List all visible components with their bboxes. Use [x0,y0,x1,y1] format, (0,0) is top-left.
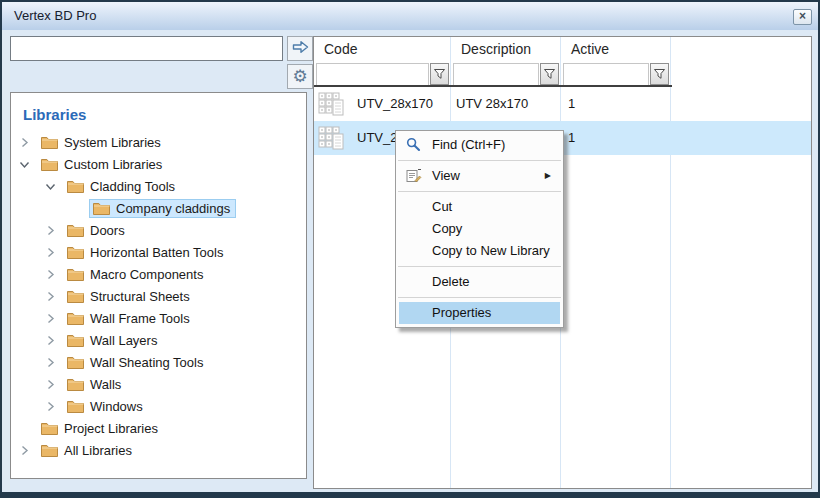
menu-item-delete[interactable]: Delete [399,271,560,293]
chevron-expanded-icon[interactable] [45,181,63,192]
tree-item[interactable]: Wall Sheating Tools [11,351,306,373]
tree-item[interactable]: Cladding Tools [11,175,306,197]
folder-icon [41,158,58,171]
menu-item-view[interactable]: View▶ [399,165,560,187]
menu-item-label: Cut [432,199,452,214]
search-go-icon [292,40,309,58]
tree-item-label: Wall Sheating Tools [90,355,203,370]
folder-icon [41,444,58,457]
column-header-description[interactable]: Description [461,41,531,57]
search-input[interactable] [10,36,283,61]
tree-item[interactable]: Doors [11,219,306,241]
tree-item[interactable]: Project Libraries [11,417,306,439]
filter-input-active[interactable] [563,63,649,85]
tree-node[interactable]: All Libraries [37,441,138,460]
menu-item-label: Delete [432,274,470,289]
magnifier-icon [406,137,421,159]
tree-item[interactable]: Structural Sheets [11,285,306,307]
tree-item[interactable]: Windows [11,395,306,417]
tree-item[interactable]: Horizontal Batten Tools [11,241,306,263]
tree-item-label: Custom Libraries [64,157,162,172]
chevron-collapsed-icon[interactable] [45,247,63,258]
filter-input-description[interactable] [453,63,539,85]
chevron-collapsed-icon[interactable] [45,379,63,390]
tree-node[interactable]: Horizontal Batten Tools [63,243,229,262]
chevron-collapsed-icon[interactable] [45,357,63,368]
column-header-code[interactable]: Code [324,41,357,57]
tree-item[interactable]: System Libraries [11,131,306,153]
chevron-collapsed-icon[interactable] [45,291,63,302]
menu-item-copy[interactable]: Copy [399,218,560,240]
tree-node[interactable]: Custom Libraries [37,155,168,174]
folder-icon [67,400,84,413]
folder-icon [67,180,84,193]
search-go-button[interactable] [287,36,313,61]
tree-node[interactable]: Doors [63,221,131,240]
filter-funnel-button[interactable] [650,63,669,85]
menu-item-label: Properties [432,305,491,320]
tree-item[interactable]: Custom Libraries [11,153,306,175]
tree-item-label: Structural Sheets [90,289,190,304]
chevron-collapsed-icon[interactable] [19,137,37,148]
cell-description: UTV 28x170 [456,87,528,121]
menu-item-properties[interactable]: Properties [399,302,560,324]
folder-icon [67,378,84,391]
chevron-collapsed-icon[interactable] [45,225,63,236]
libraries-panel: Libraries System LibrariesCustom Librari… [10,92,307,479]
settings-button[interactable]: ⚙ [287,64,313,89]
chevron-collapsed-icon[interactable] [45,313,63,324]
tree-item-label: Wall Layers [90,333,157,348]
filter-funnel-button[interactable] [430,63,449,85]
funnel-icon [653,68,666,80]
tree-node[interactable]: Wall Sheating Tools [63,353,209,372]
folder-icon [67,290,84,303]
tree-node[interactable]: Project Libraries [37,419,164,438]
folder-icon [41,422,58,435]
funnel-icon [543,68,556,80]
folder-icon [41,136,58,149]
tree-node[interactable]: Windows [63,397,149,416]
tree-node[interactable]: Macro Components [63,265,209,284]
tree-node[interactable]: Walls [63,375,127,394]
chevron-collapsed-icon[interactable] [19,445,37,456]
library-tree: System LibrariesCustom LibrariesCladding… [11,131,306,461]
menu-item-cut[interactable]: Cut [399,196,560,218]
menu-item-copy-to-new-library[interactable]: Copy to New Library [399,240,560,262]
tree-item-label: Windows [90,399,143,414]
chevron-expanded-icon[interactable] [19,159,37,170]
chevron-collapsed-icon[interactable] [45,401,63,412]
tree-item[interactable]: Macro Components [11,263,306,285]
tree-node[interactable]: Structural Sheets [63,287,196,306]
chevron-collapsed-icon[interactable] [45,335,63,346]
tree-item-label: Company claddings [116,201,230,216]
libraries-header: Libraries [23,106,306,123]
menu-item-find-ctrl-f[interactable]: Find (Ctrl+F) [399,134,560,156]
cell-code: UTV_28x170 [357,87,433,121]
tree-item[interactable]: Wall Layers [11,329,306,351]
folder-icon [67,246,84,259]
tree-item-label: System Libraries [64,135,161,150]
tree-node[interactable]: System Libraries [37,133,167,152]
funnel-icon [433,68,446,80]
filter-input-code[interactable] [316,63,429,85]
menu-item-label: View [432,168,460,183]
tree-node[interactable]: Wall Layers [63,331,163,350]
filter-funnel-button[interactable] [540,63,559,85]
tree-item[interactable]: Company claddings [11,197,306,219]
context-menu: Find (Ctrl+F)View▶CutCopyCopy to New Lib… [395,130,564,328]
cell-active: 1 [568,121,575,155]
tree-item[interactable]: Wall Frame Tools [11,307,306,329]
tree-node[interactable]: Wall Frame Tools [63,309,196,328]
tree-node[interactable]: Cladding Tools [63,177,181,196]
menu-item-label: Copy [432,221,462,236]
chevron-collapsed-icon[interactable] [45,269,63,280]
menu-separator [398,191,561,192]
column-header-active[interactable]: Active [571,41,609,57]
tree-item[interactable]: All Libraries [11,439,306,461]
tree-node[interactable]: Company claddings [89,199,236,218]
app-window: Vertex BD Pro × ⚙ Libraries System Libra… [0,0,820,498]
close-button[interactable]: × [793,9,812,25]
tree-item-label: Cladding Tools [90,179,175,194]
table-row[interactable]: UTV_28x170UTV 28x1701 [314,87,811,121]
tree-item[interactable]: Walls [11,373,306,395]
